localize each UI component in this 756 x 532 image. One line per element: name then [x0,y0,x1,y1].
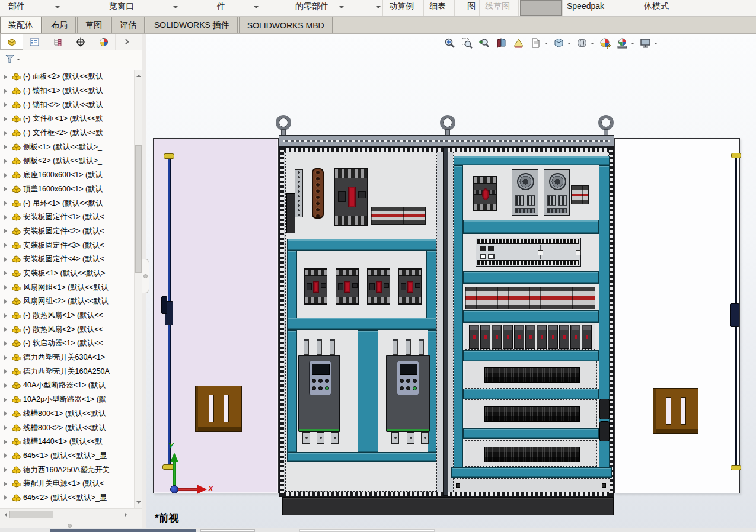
expand-arrow-icon[interactable] [4,187,9,191]
lifting-eyebolt[interactable] [440,115,455,130]
mcb-unit[interactable] [548,325,558,349]
dropdown-caret-icon[interactable] [173,6,178,11]
cabinet-top-rail[interactable] [279,135,614,146]
cabinet-door-right[interactable] [614,138,740,493]
terminal-strip-row-1[interactable] [465,361,597,389]
tree-item[interactable]: 安装板固定件<2> (默认< [0,225,134,239]
expand-arrow-icon[interactable] [4,257,9,262]
tree-item[interactable]: 风扇网组<1> (默认<<默认 [0,280,134,294]
scroll-left-arrow-icon[interactable] [2,512,7,517]
tree-item[interactable]: 安装板固定件<3> (默认< [0,238,134,252]
feeder-breaker[interactable] [336,268,359,305]
apply-scene-icon[interactable] [615,36,629,49]
section-view-icon[interactable] [495,36,508,49]
wire-duct-horizontal[interactable] [287,452,436,462]
tree-horizontal-scrollbar[interactable] [0,508,142,520]
mcb-unit[interactable] [503,325,513,349]
expand-arrow-icon[interactable] [4,285,9,290]
cabinet-base-pedestal[interactable] [282,497,614,515]
graphics-viewport[interactable]: Y X *前视 [146,34,756,532]
tree-item[interactable]: 装配开关电源<1> (默认< [0,477,134,491]
terminal-strip-row-2[interactable] [465,399,597,427]
dropdown-caret-icon[interactable] [254,6,259,11]
terminal-strip[interactable] [484,447,580,462]
terminal-strip-row-3[interactable] [465,440,597,467]
wire-duct-horizontal[interactable] [454,156,610,165]
ribbon-button-pressed[interactable] [520,0,562,16]
breaker-handle[interactable] [348,187,356,207]
cabinet-door-left[interactable] [153,138,279,493]
expand-arrow-icon[interactable] [4,355,9,360]
rod-lock-joint[interactable] [730,303,739,327]
lifting-eyebolt[interactable] [598,115,614,130]
terminal-block-row-long[interactable] [465,287,595,309]
mcb-unit[interactable] [525,325,535,349]
wire-duct-vertical[interactable] [426,251,436,319]
breaker-knob[interactable] [482,188,489,200]
view-settings-icon[interactable] [639,36,652,49]
expand-arrow-icon[interactable] [4,411,9,416]
tree-filter-row[interactable] [0,50,142,68]
mcb-unit[interactable] [559,325,569,349]
expand-arrow-icon[interactable] [4,173,9,178]
expand-arrow-icon[interactable] [4,131,9,136]
ribbon-button-speedpak[interactable]: Speedpak [567,1,604,11]
tab-feature-manager[interactable] [0,34,23,50]
tree-item[interactable]: 德力西塑壳开关630A<1> [0,351,134,365]
tree-item[interactable]: (-) 吊环<1> (默认<<默认 [0,196,134,210]
tree-item[interactable]: 10A2p小型断路器<1> (默 [0,393,134,407]
command-tab[interactable]: SOLIDWORKS 插件 [146,17,238,33]
expand-arrow-icon[interactable] [4,159,9,164]
ribbon-button-bom[interactable]: 细表 [429,1,446,12]
tree-item[interactable]: (-) 文件框<1> (默认<<默 [0,112,134,126]
tree-item[interactable]: 645<2> (默认<<默认>_显 [0,491,134,505]
tree-item[interactable]: (-) 锁扣<2> (默认<<默认 [0,98,134,112]
expand-arrow-icon[interactable] [4,369,9,374]
tree-item[interactable]: (-) 文件框<2> (默认<<默 [0,126,134,140]
expand-arrow-icon[interactable] [4,453,9,458]
ribbon-button-preview-window[interactable]: 览窗口 [109,1,134,12]
mcb-unit[interactable] [469,325,479,349]
wire-duct-horizontal[interactable] [463,389,599,399]
annotation-views-icon[interactable] [529,36,542,49]
tree-item[interactable]: 风扇网组<2> (默认<<默认 [0,294,134,309]
mcb-unit[interactable] [480,325,490,349]
tree-item[interactable]: (-) 软启动器<1> (默认<< [0,336,134,351]
soft-starter-1[interactable] [298,355,340,432]
expand-arrow-icon[interactable] [4,201,9,206]
tab-display-manager[interactable] [92,34,116,50]
scroll-right-arrow-icon[interactable] [125,512,129,517]
tree-item[interactable]: 安装板固定件<4> (默认< [0,252,134,267]
expand-arrow-icon[interactable] [4,425,9,430]
tab-dimxpert-manager[interactable] [69,34,92,50]
expand-arrow-icon[interactable] [4,341,9,346]
tree-item[interactable]: 顶盖1600x600<1> (默认 [0,182,134,197]
display-style-icon[interactable] [575,36,588,49]
tree-item[interactable]: 侧板<1> (默认<<默认>_ [0,140,134,154]
right-bay-mounting-panel[interactable] [453,152,609,492]
wire-duct-horizontal[interactable] [463,271,599,284]
tree-item[interactable]: 德力西塑壳开关160A250A [0,364,134,379]
terminal-strip[interactable] [484,406,580,422]
zoom-to-fit-icon[interactable] [443,36,456,49]
expand-arrow-icon[interactable] [4,327,9,332]
command-tab[interactable]: 评估 [111,17,145,33]
expand-arrow-icon[interactable] [4,102,9,107]
lifting-eyebolt[interactable] [276,115,291,130]
wire-duct-vertical[interactable] [358,330,378,453]
expand-arrow-icon[interactable] [4,299,9,304]
command-tab[interactable]: SOLIDWORKS MBD [239,17,333,33]
expand-arrow-icon[interactable] [4,89,9,94]
tree-item[interactable]: 安装板<1> (默认<<默认> [0,267,134,281]
dropdown-caret-icon[interactable] [339,6,344,11]
expand-arrow-icon[interactable] [4,145,9,149]
expand-arrow-icon[interactable] [4,229,9,233]
tree-item[interactable]: 线槽800<1> (默认<<默认 [0,407,134,421]
expand-arrow-icon[interactable] [4,271,9,275]
document-pocket-right[interactable] [653,388,698,434]
ribbon-button-drawing[interactable]: 图 [467,1,476,12]
wire-duct-horizontal[interactable] [451,467,612,478]
tree-item[interactable]: 线槽800<2> (默认<<默认 [0,421,134,435]
tree-item[interactable]: 40A小型断路器<1> (默认 [0,379,134,393]
ribbon-button-part[interactable]: 部件 [8,1,25,12]
